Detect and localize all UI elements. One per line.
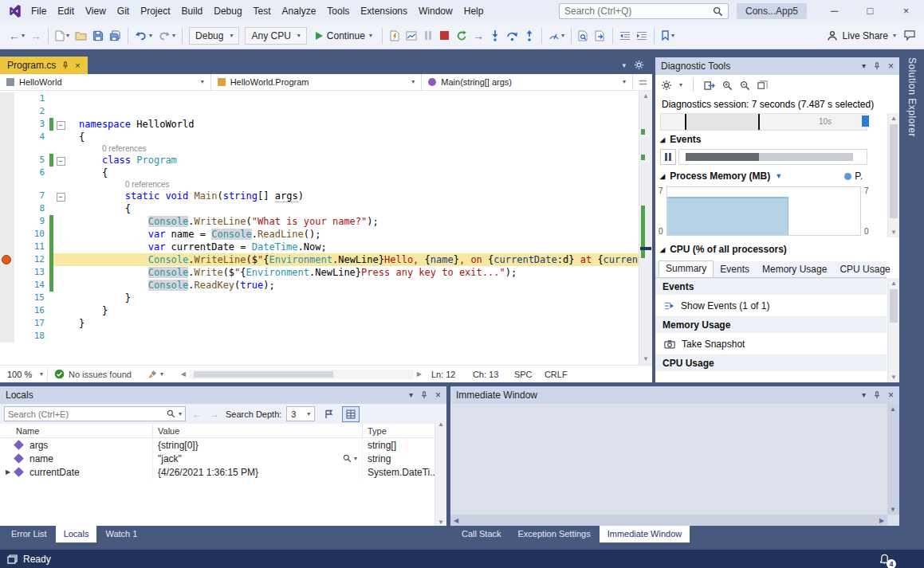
- close-tab-icon[interactable]: ×: [75, 61, 80, 70]
- quick-search-box[interactable]: [559, 3, 729, 19]
- tab-immediate-window[interactable]: Immediate Window: [600, 526, 690, 543]
- scroll-down-icon[interactable]: ▼: [639, 354, 652, 365]
- scroll-left-icon[interactable]: ◀: [178, 370, 189, 378]
- breakpoint-margin[interactable]: [0, 330, 14, 343]
- locals-search-box[interactable]: ▾: [4, 406, 186, 421]
- search-previous-icon[interactable]: ←: [191, 409, 203, 420]
- tab-events[interactable]: Events: [714, 262, 756, 277]
- scroll-down-icon[interactable]: ▼: [888, 372, 899, 382]
- code-line[interactable]: 18: [0, 330, 639, 343]
- tab-exception-settings[interactable]: Exception Settings: [510, 526, 599, 543]
- save-icon[interactable]: [90, 26, 106, 45]
- locals-row[interactable]: ▶currentDate{4/26/2021 1:36:15 PM}System…: [0, 465, 446, 479]
- project-dropdown[interactable]: HelloWorld▾: [0, 74, 211, 90]
- code-line[interactable]: 3−namespace HelloWorld: [0, 118, 639, 131]
- tab-summary[interactable]: Summary: [659, 260, 714, 277]
- background-tasks-icon[interactable]: [7, 554, 18, 564]
- minimize-button[interactable]: ─: [816, 0, 852, 22]
- breakpoint-margin[interactable]: [0, 202, 14, 215]
- column-header-name[interactable]: Name: [0, 424, 153, 437]
- save-all-icon[interactable]: [107, 26, 124, 45]
- code-line[interactable]: 9 Console.WriteLine("What is your name?"…: [0, 215, 639, 228]
- scroll-up-icon[interactable]: ▲: [888, 113, 899, 123]
- menu-project[interactable]: Project: [135, 0, 175, 22]
- step-over-icon[interactable]: [504, 26, 521, 45]
- show-events-link[interactable]: Show Events (1 of 1): [655, 295, 887, 316]
- settings-gear-icon[interactable]: [661, 80, 672, 91]
- show-diagnostic-tools-icon[interactable]: [403, 26, 419, 45]
- take-snapshot-link[interactable]: Take Snapshot: [655, 333, 887, 355]
- code-line[interactable]: 4{: [0, 131, 639, 143]
- pin-icon[interactable]: [420, 391, 428, 399]
- window-menu-icon[interactable]: ▾: [862, 391, 866, 399]
- code-line[interactable]: 14 Console.ReadKey(true);: [0, 279, 639, 292]
- navigate-forward-button[interactable]: →: [28, 26, 44, 45]
- events-track[interactable]: [678, 149, 867, 165]
- breakpoint-margin[interactable]: [0, 292, 14, 304]
- menu-help[interactable]: Help: [458, 0, 490, 22]
- scroll-right-icon[interactable]: ▶: [876, 517, 887, 524]
- scroll-down-icon[interactable]: ▼: [435, 519, 446, 526]
- breakpoint-margin[interactable]: [0, 304, 14, 317]
- issues-status[interactable]: No issues found: [69, 370, 132, 379]
- navbar-split-icon[interactable]: [633, 74, 652, 90]
- performance-profiler-icon[interactable]: ▾: [546, 26, 567, 45]
- scrollbar-thumb[interactable]: [890, 289, 898, 323]
- code-line[interactable]: 7− static void Main(string[] args): [0, 190, 639, 202]
- scroll-right-icon[interactable]: ▶: [414, 370, 425, 378]
- tab-program-cs[interactable]: Program.cs ×: [0, 57, 88, 74]
- menu-tools[interactable]: Tools: [321, 0, 355, 22]
- pin-icon[interactable]: [873, 62, 881, 70]
- menu-extensions[interactable]: Extensions: [355, 0, 413, 22]
- close-icon[interactable]: ×: [435, 390, 441, 400]
- settings-dropdown-icon[interactable]: ▾: [679, 82, 682, 88]
- window-menu-icon[interactable]: ▾: [862, 62, 866, 70]
- code-cleanup-icon[interactable]: ▾: [147, 370, 163, 379]
- scrollbar-thumb[interactable]: [194, 371, 333, 378]
- live-share-button[interactable]: Live Share ▾: [822, 30, 901, 41]
- codelens-references[interactable]: 0 references: [68, 143, 639, 154]
- menu-view[interactable]: View: [80, 0, 112, 22]
- immediate-horizontal-scrollbar[interactable]: ◀ ▶: [450, 515, 887, 526]
- search-dropdown-icon[interactable]: ▾: [179, 411, 182, 417]
- memory-plot-area[interactable]: [666, 186, 861, 236]
- scroll-up-icon[interactable]: ▲: [888, 278, 899, 288]
- navigate-to-icon[interactable]: [592, 26, 608, 45]
- editor-options-gear-icon[interactable]: [634, 60, 644, 70]
- menu-file[interactable]: File: [26, 0, 52, 22]
- scroll-up-icon[interactable]: ▲: [887, 405, 898, 413]
- fold-toggle-icon[interactable]: −: [57, 121, 65, 130]
- document-list-dropdown-icon[interactable]: ▾: [622, 61, 626, 69]
- menu-debug[interactable]: Debug: [208, 0, 247, 22]
- filter-icon[interactable]: ▼: [775, 172, 782, 180]
- horizontal-scrollbar[interactable]: ◀ ▶: [178, 370, 425, 379]
- step-into-icon[interactable]: [487, 26, 503, 45]
- step-out-icon[interactable]: [521, 26, 537, 45]
- code-line[interactable]: 2: [0, 105, 639, 118]
- solution-platforms-select[interactable]: Any CPU▾: [245, 27, 306, 45]
- breakpoint-margin[interactable]: [0, 317, 14, 330]
- summary-scrollbar[interactable]: ▲ ▼: [887, 278, 899, 382]
- breakpoint-margin[interactable]: [0, 190, 14, 202]
- scroll-up-icon[interactable]: ▲: [435, 421, 446, 428]
- grid-layout-icon[interactable]: [342, 406, 360, 422]
- decrease-indent-icon[interactable]: [617, 26, 633, 45]
- events-pause-icon[interactable]: [660, 149, 676, 165]
- close-icon[interactable]: ×: [888, 390, 894, 400]
- timeline-selection[interactable]: [685, 114, 760, 130]
- menu-window[interactable]: Window: [413, 0, 458, 22]
- export-icon[interactable]: [704, 80, 715, 91]
- breakpoint-margin[interactable]: [0, 228, 14, 241]
- tab-watch-1[interactable]: Watch 1: [97, 526, 145, 543]
- breakpoint-margin[interactable]: [0, 118, 14, 131]
- code-line[interactable]: 10 var name = Console.ReadLine();: [0, 228, 639, 241]
- scroll-up-icon[interactable]: ▲: [639, 91, 652, 102]
- break-all-icon[interactable]: [420, 26, 436, 45]
- codelens-references[interactable]: 0 references: [68, 179, 639, 190]
- immediate-window-content[interactable]: ▲ ▼ ◀ ▶: [450, 404, 899, 526]
- search-depth-select[interactable]: 3▾: [286, 406, 315, 421]
- tab-locals[interactable]: Locals: [56, 526, 97, 543]
- expand-arrow-icon[interactable]: ▶: [3, 468, 13, 476]
- column-header-value[interactable]: Value: [153, 424, 363, 437]
- increase-indent-icon[interactable]: [634, 26, 650, 45]
